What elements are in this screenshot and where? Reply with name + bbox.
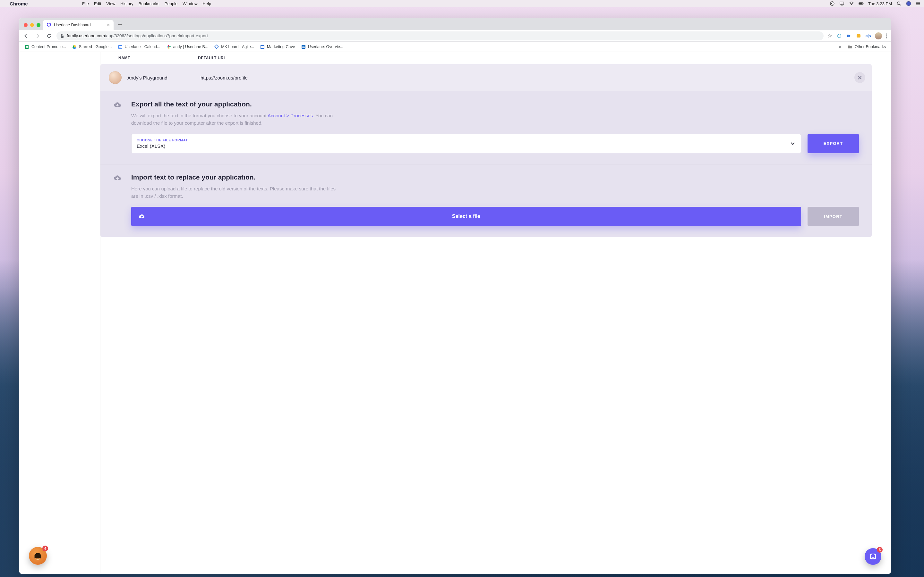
bookmark-label: Marketing Cave bbox=[267, 45, 295, 49]
airplay-icon[interactable] bbox=[839, 1, 845, 6]
svg-rect-5 bbox=[863, 3, 863, 4]
diamond-icon bbox=[214, 44, 219, 49]
new-tab-button[interactable] bbox=[115, 20, 124, 29]
svg-point-13 bbox=[916, 2, 917, 3]
svg-text:in: in bbox=[302, 45, 305, 49]
import-button[interactable]: IMPORT bbox=[808, 207, 859, 226]
svg-point-22 bbox=[886, 35, 887, 36]
bookmark-item[interactable]: Marketing Cave bbox=[258, 43, 297, 51]
address-bar[interactable]: family.userlane.com/app/32063/settings/a… bbox=[57, 31, 824, 40]
application-url: https://zoom.us/profile bbox=[200, 75, 248, 81]
svg-rect-34 bbox=[169, 46, 171, 47]
chrome-menu-button[interactable] bbox=[886, 33, 887, 39]
battery-icon[interactable] bbox=[859, 1, 864, 6]
menubar-item[interactable]: Bookmarks bbox=[139, 1, 160, 6]
menubar-clock[interactable]: Tue 3:23 PM bbox=[868, 1, 892, 6]
file-format-value: Excel (XLSX) bbox=[137, 143, 796, 149]
export-section: Export all the text of your application.… bbox=[100, 91, 872, 164]
import-title: Import text to replace your application. bbox=[131, 173, 859, 181]
wifi-icon[interactable] bbox=[849, 1, 854, 6]
svg-rect-20 bbox=[857, 34, 861, 37]
bookmark-label: Content Promotio... bbox=[31, 45, 66, 49]
window-zoom-button[interactable] bbox=[37, 23, 40, 27]
select-file-button[interactable]: Select a file bbox=[131, 207, 801, 226]
bookmark-item[interactable]: Starred - Google... bbox=[70, 43, 114, 51]
status-icon[interactable] bbox=[830, 1, 835, 6]
menubar-item[interactable]: File bbox=[82, 1, 89, 6]
tab-close-button[interactable]: ✕ bbox=[107, 23, 110, 27]
hamburger-icon[interactable] bbox=[916, 1, 921, 6]
svg-rect-4 bbox=[859, 3, 863, 4]
menubar-item[interactable]: Help bbox=[203, 1, 212, 6]
mac-menubar: Chrome File Edit View History Bookmarks … bbox=[0, 0, 924, 7]
slack-icon bbox=[166, 44, 171, 49]
bookmark-item[interactable]: andy | Userlane B... bbox=[164, 43, 210, 51]
profile-avatar[interactable] bbox=[875, 32, 882, 39]
other-bookmarks-label: Other Bookmarks bbox=[855, 45, 886, 49]
application-card: Andy's Playground https://zoom.us/profil… bbox=[100, 64, 872, 237]
svg-rect-19 bbox=[847, 35, 849, 37]
lock-icon bbox=[60, 34, 64, 38]
bookmark-item[interactable]: 22 Userlane - Calend... bbox=[116, 43, 162, 51]
bookmark-label: Userlane - Calend... bbox=[125, 45, 160, 49]
account-processes-link[interactable]: Account > Processes bbox=[268, 113, 313, 118]
bookmark-item[interactable]: MK board - Agile... bbox=[212, 43, 256, 51]
tab-title: Userlane Dashboard bbox=[54, 23, 91, 27]
extension-cjs[interactable]: cjs bbox=[865, 33, 871, 39]
file-format-select[interactable]: CHOOSE THE FILE FORMAT Excel (XLSX) bbox=[131, 134, 801, 153]
menubar-item[interactable]: Window bbox=[183, 1, 197, 6]
back-button[interactable] bbox=[22, 32, 30, 40]
svg-rect-41 bbox=[870, 554, 876, 559]
notification-badge: 4 bbox=[42, 546, 48, 551]
cloud-upload-icon bbox=[113, 175, 124, 226]
menubar-item[interactable]: Edit bbox=[94, 1, 101, 6]
import-section: Import text to replace your application.… bbox=[100, 164, 872, 237]
bookmark-item[interactable]: Content Promotio... bbox=[23, 43, 68, 51]
svg-point-0 bbox=[830, 2, 834, 5]
menubar-item[interactable]: History bbox=[120, 1, 133, 6]
extension-icon[interactable] bbox=[837, 33, 842, 39]
application-header: Andy's Playground https://zoom.us/profil… bbox=[100, 64, 872, 91]
window-controls bbox=[22, 23, 43, 30]
menubar-item[interactable]: View bbox=[106, 1, 115, 6]
chrome-tabbar: Userlane Dashboard ✕ bbox=[19, 18, 891, 30]
forward-button[interactable] bbox=[33, 32, 42, 40]
chrome-window: Userlane Dashboard ✕ family.userlane.com… bbox=[19, 18, 891, 574]
svg-text:22: 22 bbox=[119, 47, 121, 48]
svg-point-6 bbox=[897, 2, 900, 5]
close-panel-button[interactable] bbox=[855, 72, 865, 83]
menubar-app-name[interactable]: Chrome bbox=[10, 1, 77, 6]
halloween-widget-button[interactable]: 4 bbox=[29, 547, 47, 565]
application-avatar bbox=[109, 71, 121, 84]
bookmark-label: Userlane: Overvie... bbox=[308, 45, 343, 49]
svg-rect-36 bbox=[261, 46, 264, 48]
menubar-item[interactable]: People bbox=[165, 1, 178, 6]
window-close-button[interactable] bbox=[24, 23, 27, 27]
bookmarks-bar: Content Promotio... Starred - Google... … bbox=[19, 42, 891, 52]
intercom-chat-button[interactable]: 5 bbox=[865, 548, 881, 565]
window-minimize-button[interactable] bbox=[30, 23, 34, 27]
sidebar-placeholder bbox=[19, 52, 100, 574]
extension-icon[interactable] bbox=[846, 33, 852, 39]
spotlight-icon[interactable] bbox=[897, 1, 901, 6]
url-text: family.userlane.com/app/32063/settings/a… bbox=[67, 33, 208, 38]
sheets-icon bbox=[24, 44, 29, 49]
bookmark-label: andy | Userlane B... bbox=[173, 45, 208, 49]
chevron-down-icon bbox=[790, 142, 795, 145]
bookmark-item[interactable]: in Userlane: Overvie... bbox=[299, 43, 345, 51]
export-button[interactable]: EXPORT bbox=[808, 134, 859, 153]
browser-tab[interactable]: Userlane Dashboard ✕ bbox=[43, 20, 113, 30]
export-description: We will export the text in the format yo… bbox=[131, 112, 336, 127]
svg-point-15 bbox=[916, 5, 917, 5]
svg-point-21 bbox=[886, 33, 887, 34]
bookmarks-overflow[interactable]: » bbox=[839, 45, 841, 49]
chrome-toolbar: family.userlane.com/app/32063/settings/a… bbox=[19, 30, 891, 42]
siri-icon[interactable] bbox=[906, 1, 911, 6]
other-bookmarks[interactable]: Other Bookmarks bbox=[846, 43, 888, 51]
calendar-icon: 22 bbox=[118, 44, 123, 49]
svg-rect-1 bbox=[840, 2, 844, 5]
extension-icon[interactable] bbox=[856, 33, 861, 39]
star-icon[interactable]: ☆ bbox=[827, 33, 833, 39]
drive-icon bbox=[72, 44, 77, 49]
reload-button[interactable] bbox=[45, 32, 53, 40]
